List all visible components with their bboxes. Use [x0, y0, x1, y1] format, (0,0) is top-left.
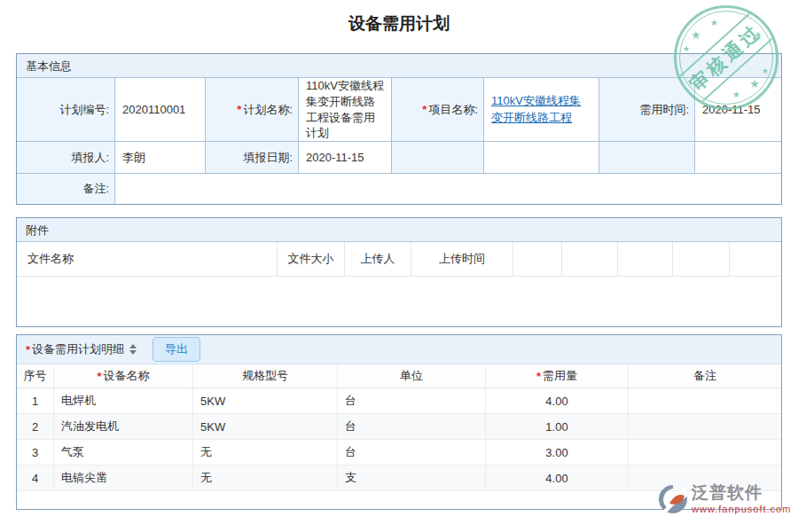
equipment-spec: 无 — [193, 440, 338, 466]
detail-col-equipment-name: *设备名称 — [54, 364, 193, 388]
fanpu-logo-icon — [658, 484, 688, 514]
attachments-col-empty — [730, 242, 781, 277]
equipment-qty: 1.00 — [486, 414, 629, 440]
empty-label-cell — [599, 142, 695, 174]
plan-name-label: *计划名称: — [206, 78, 299, 142]
empty-value-cell — [484, 142, 599, 174]
report-date-label: 填报日期: — [206, 142, 299, 174]
equipment-name: 汽油发电机 — [54, 414, 193, 440]
plan-no-value: 2020110001 — [115, 78, 206, 142]
basic-info-panel: 基本信息 计划编号: 2020110001 *计划名称: 110kV安徽线程集变… — [16, 53, 782, 205]
required-mark: * — [26, 343, 30, 356]
detail-col-remark: 备注 — [629, 364, 781, 388]
reporter-label: 填报人: — [17, 142, 115, 174]
reporter-value: 李朗 — [115, 142, 206, 174]
vendor-logo: 泛普软件 www.fanpusoft.com — [658, 484, 791, 514]
plan-no-label: 计划编号: — [17, 78, 115, 142]
remark-label: 备注: — [17, 174, 115, 204]
page-title: 设备需用计划 — [16, 12, 782, 35]
plan-name-value: 110kV安徽线程集变开断线路工程设备需用计划 — [299, 78, 392, 142]
equipment-name: 气泵 — [54, 440, 193, 466]
detail-col-qty: *需用量 — [486, 364, 629, 388]
row-index: 1 — [17, 388, 54, 414]
attachments-col-empty — [562, 242, 618, 277]
row-index: 4 — [17, 466, 54, 491]
attachments-section-title: 附件 — [17, 218, 781, 242]
required-mark: * — [237, 103, 241, 116]
equipment-unit: 台 — [338, 414, 486, 440]
detail-section-title: 设备需用计划明细 — [32, 341, 124, 357]
vendor-url: www.fanpusoft.com — [692, 504, 791, 514]
sort-icon[interactable] — [129, 344, 137, 355]
detail-col-spec: 规格型号 — [193, 364, 338, 388]
table-row: 2 汽油发电机 5KW 台 1.00 — [17, 414, 781, 440]
attachments-col-empty — [618, 242, 673, 277]
need-time-label: 需用时间: — [599, 78, 695, 142]
report-date-value: 2020-11-15 — [299, 142, 392, 174]
equipment-qty: 3.00 — [486, 440, 629, 466]
row-index: 3 — [17, 440, 54, 466]
basic-info-grid: 计划编号: 2020110001 *计划名称: 110kV安徽线程集变开断线路工… — [17, 78, 781, 204]
attachments-header-row: 文件名称 文件大小 上传人 上传时间 — [17, 242, 781, 277]
need-time-value: 2020-11-15 — [695, 78, 781, 142]
equipment-remark — [629, 388, 781, 414]
project-name-label: *项目名称: — [392, 78, 484, 142]
vendor-logo-texts: 泛普软件 www.fanpusoft.com — [692, 484, 791, 514]
detail-col-index: 序号 — [17, 364, 54, 388]
equipment-unit: 台 — [338, 388, 486, 414]
equipment-unit: 台 — [338, 440, 486, 466]
equipment-name: 电镐尖凿 — [54, 466, 193, 491]
attachments-col-uploadtime: 上传时间 — [411, 242, 513, 277]
equipment-spec: 5KW — [193, 414, 338, 440]
empty-value-cell — [695, 142, 781, 174]
row-index: 2 — [17, 414, 54, 440]
equipment-remark — [629, 440, 781, 466]
required-mark: * — [536, 370, 541, 383]
attachments-col-empty — [673, 242, 730, 277]
attachments-empty-body — [17, 277, 781, 326]
vendor-name: 泛普软件 — [692, 484, 791, 502]
required-mark: * — [97, 370, 101, 383]
basic-info-section-title: 基本信息 — [17, 54, 781, 78]
equipment-qty: 4.00 — [486, 466, 629, 491]
table-row: 1 电焊机 5KW 台 4.00 — [17, 388, 781, 414]
equipment-remark — [629, 414, 781, 440]
equipment-spec: 无 — [193, 466, 338, 491]
table-row: 3 气泵 无 台 3.00 — [17, 440, 781, 466]
attachments-col-empty — [513, 242, 562, 277]
equipment-spec: 5KW — [193, 388, 338, 414]
attachments-col-uploader: 上传人 — [345, 242, 411, 277]
attachments-col-filesize: 文件大小 — [278, 242, 345, 277]
export-button[interactable]: 导出 — [153, 337, 200, 362]
equipment-unit: 支 — [338, 466, 486, 491]
detail-table-header: 序号 *设备名称 规格型号 单位 *需用量 备注 — [17, 364, 781, 388]
equipment-name: 电焊机 — [54, 388, 193, 414]
remark-value — [115, 174, 781, 204]
required-mark: * — [422, 103, 426, 116]
project-name-link[interactable]: 110kV安徽线程集变开断线路工程 — [491, 93, 591, 125]
empty-label-cell — [392, 142, 484, 174]
detail-col-unit: 单位 — [338, 364, 486, 388]
attachments-col-filename: 文件名称 — [17, 242, 278, 277]
project-name-cell: 110kV安徽线程集变开断线路工程 — [484, 78, 599, 142]
attachments-panel: 附件 文件名称 文件大小 上传人 上传时间 — [16, 217, 782, 327]
page: 设备需用计划 基本信息 计划编号: 2020110001 *计划名称: 110k… — [0, 12, 798, 510]
detail-section-header: * 设备需用计划明细 导出 — [17, 335, 781, 364]
equipment-qty: 4.00 — [486, 388, 629, 414]
